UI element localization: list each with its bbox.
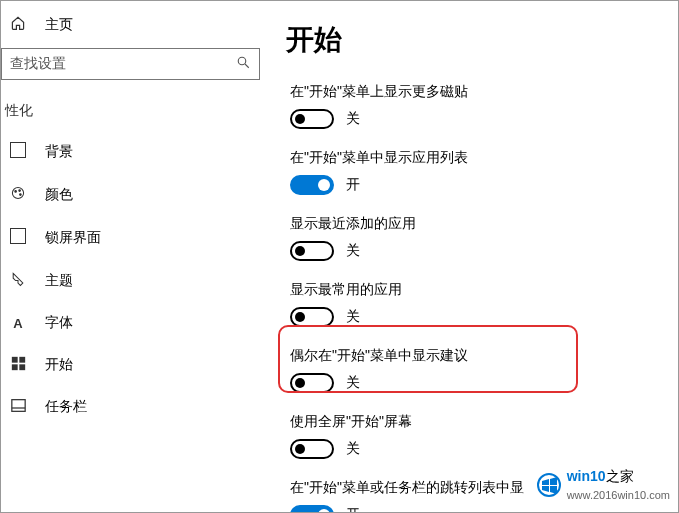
setting-label: 偶尔在"开始"菜单中显示建议	[290, 347, 674, 365]
setting-more-tiles: 在"开始"菜单上显示更多磁贴 关	[286, 81, 678, 131]
setting-label: 显示最近添加的应用	[290, 215, 674, 233]
toggle-app-list[interactable]	[290, 175, 334, 195]
setting-label: 使用全屏"开始"屏幕	[290, 413, 674, 431]
theme-icon	[9, 271, 27, 290]
picture-icon	[9, 142, 27, 161]
search-icon	[236, 55, 251, 73]
toggle-most-used[interactable]	[290, 307, 334, 327]
watermark-text: win10之家 www.2016win10.com	[567, 468, 670, 502]
main-content: 开始 在"开始"菜单上显示更多磁贴 关 在"开始"菜单中显示应用列表 开 显示最…	[286, 1, 678, 513]
sidebar-section-personalization: 性化	[1, 84, 266, 130]
toggle-state: 关	[346, 110, 360, 128]
lockscreen-icon	[9, 228, 27, 247]
font-icon: A	[9, 316, 27, 331]
palette-icon	[9, 185, 27, 204]
svg-rect-10	[11, 400, 24, 412]
svg-point-0	[238, 57, 246, 65]
toggle-jumplist[interactable]	[290, 505, 334, 513]
search-input[interactable]: 查找设置	[1, 48, 260, 80]
sidebar-item-start[interactable]: 开始	[1, 344, 266, 386]
sidebar-item-label: 任务栏	[45, 398, 87, 416]
search-placeholder: 查找设置	[10, 55, 66, 73]
setting-label: 在"开始"菜单上显示更多磁贴	[290, 83, 674, 101]
toggle-state: 开	[346, 506, 360, 513]
toggle-state: 关	[346, 242, 360, 260]
sidebar-item-label: 颜色	[45, 186, 73, 204]
setting-fullscreen-start: 使用全屏"开始"屏幕 关	[286, 411, 678, 461]
sidebar-item-home[interactable]: 主页	[1, 1, 266, 48]
svg-rect-9	[19, 364, 25, 370]
setting-recently-added: 显示最近添加的应用 关	[286, 213, 678, 263]
sidebar-item-label: 主题	[45, 272, 73, 290]
toggle-state: 关	[346, 440, 360, 458]
sidebar-item-themes[interactable]: 主题	[1, 259, 266, 302]
svg-point-4	[19, 190, 21, 192]
toggle-suggestions[interactable]	[290, 373, 334, 393]
sidebar-item-label: 开始	[45, 356, 73, 374]
setting-label: 在"开始"菜单中显示应用列表	[290, 149, 674, 167]
svg-rect-8	[11, 364, 17, 370]
svg-rect-7	[19, 357, 25, 363]
sidebar-item-lockscreen[interactable]: 锁屏界面	[1, 216, 266, 259]
sidebar-item-background[interactable]: 背景	[1, 130, 266, 173]
setting-app-list: 在"开始"菜单中显示应用列表 开	[286, 147, 678, 197]
sidebar-item-fonts[interactable]: A 字体	[1, 302, 266, 344]
sidebar-item-colors[interactable]: 颜色	[1, 173, 266, 216]
sidebar-home-label: 主页	[45, 16, 73, 34]
sidebar-item-label: 背景	[45, 143, 73, 161]
sidebar: 主页 查找设置 性化 背景 颜色 锁屏界面 主题	[1, 1, 266, 512]
sidebar-item-taskbar[interactable]: 任务栏	[1, 386, 266, 428]
sidebar-item-label: 锁屏界面	[45, 229, 101, 247]
start-icon	[9, 356, 27, 374]
svg-rect-6	[11, 357, 17, 363]
page-title: 开始	[286, 21, 678, 59]
svg-line-1	[245, 64, 249, 68]
watermark: win10之家 www.2016win10.com	[537, 468, 670, 502]
toggle-fullscreen[interactable]	[290, 439, 334, 459]
watermark-logo-icon	[537, 473, 561, 497]
svg-point-3	[15, 191, 17, 193]
toggle-state: 关	[346, 374, 360, 392]
sidebar-item-label: 字体	[45, 314, 73, 332]
toggle-state: 关	[346, 308, 360, 326]
toggle-more-tiles[interactable]	[290, 109, 334, 129]
setting-most-used: 显示最常用的应用 关	[286, 279, 678, 329]
home-icon	[9, 15, 27, 34]
toggle-recently-added[interactable]	[290, 241, 334, 261]
svg-point-2	[12, 187, 23, 198]
setting-suggestions: 偶尔在"开始"菜单中显示建议 关	[286, 345, 678, 395]
setting-label: 显示最常用的应用	[290, 281, 674, 299]
taskbar-icon	[9, 398, 27, 416]
svg-point-5	[20, 194, 22, 196]
toggle-state: 开	[346, 176, 360, 194]
